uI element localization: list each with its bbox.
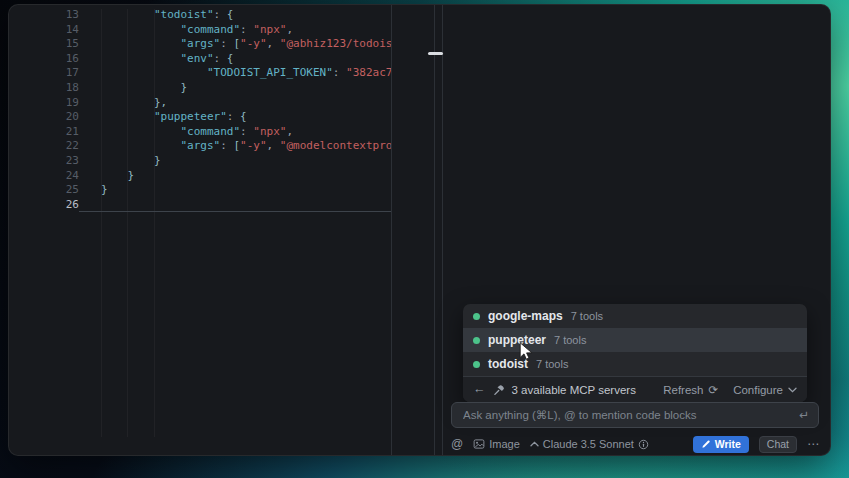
- line-number: 14: [9, 23, 79, 38]
- code-line[interactable]: 26: [9, 198, 391, 213]
- refresh-icon: ⟳: [708, 383, 718, 397]
- pane-divider[interactable]: [434, 5, 435, 455]
- chat-input[interactable]: [461, 408, 793, 422]
- mcp-server-row[interactable]: puppeteer 7 tools: [463, 328, 807, 352]
- line-code: "args": ["-y", "@modelcontextprot: [79, 139, 391, 154]
- server-tools-count: 7 tools: [571, 310, 603, 322]
- chat-mode-button[interactable]: Chat: [759, 436, 797, 453]
- code-line[interactable]: 21 "command": "npx",: [9, 125, 391, 140]
- line-code: "TODOIST_API_TOKEN": "382ac75: [79, 66, 391, 81]
- resize-handle[interactable]: [428, 52, 443, 55]
- chevron-down-icon: [788, 387, 797, 393]
- image-button[interactable]: Image: [473, 438, 520, 450]
- line-number: 22: [9, 139, 79, 154]
- code-line[interactable]: 23 }: [9, 154, 391, 169]
- code-line[interactable]: 22 "args": ["-y", "@modelcontextprot: [9, 139, 391, 154]
- model-label: Claude 3.5 Sonnet: [543, 438, 634, 450]
- line-number: 25: [9, 183, 79, 198]
- image-label: Image: [489, 438, 520, 450]
- line-number: 26: [9, 198, 79, 213]
- write-label: Write: [715, 438, 741, 450]
- refresh-button[interactable]: Refresh ⟳: [663, 383, 718, 397]
- refresh-label: Refresh: [663, 384, 703, 396]
- code-line[interactable]: 25 }: [9, 183, 391, 198]
- chevron-up-icon: [530, 441, 539, 447]
- line-code: },: [79, 96, 391, 111]
- server-status-dot: [473, 337, 480, 344]
- line-code: "todoist": {: [79, 8, 391, 23]
- line-number: 20: [9, 110, 79, 125]
- line-code: }: [79, 169, 391, 184]
- editor-window: 13 "todoist": { 14 "command": "npx", 15 …: [8, 4, 831, 456]
- code-line[interactable]: 16 "env": {: [9, 52, 391, 67]
- mcp-server-list: google-maps 7 tools puppeteer 7 tools to…: [463, 304, 807, 376]
- return-icon: ↵: [799, 408, 809, 422]
- line-number: 23: [9, 154, 79, 169]
- code-line[interactable]: 18 }: [9, 81, 391, 96]
- more-options-button[interactable]: ⋯: [807, 437, 819, 451]
- code-line[interactable]: 14 "command": "npx",: [9, 23, 391, 38]
- line-code: "command": "npx",: [79, 125, 391, 140]
- server-tools-count: 7 tools: [554, 334, 586, 346]
- line-number: 17: [9, 66, 79, 81]
- code-line[interactable]: 15 "args": ["-y", "@abhiz123/todoist: [9, 37, 391, 52]
- code-pane[interactable]: 13 "todoist": { 14 "command": "npx", 15 …: [9, 8, 391, 224]
- line-code: [79, 198, 391, 213]
- code-line[interactable]: 17 "TODOIST_API_TOKEN": "382ac75: [9, 66, 391, 81]
- line-number: 15: [9, 37, 79, 52]
- info-icon[interactable]: [638, 439, 649, 450]
- write-mode-button[interactable]: Write: [693, 436, 749, 453]
- server-name: puppeteer: [488, 333, 546, 347]
- back-icon[interactable]: ←: [473, 383, 486, 396]
- server-status-dot: [473, 361, 480, 368]
- code-line[interactable]: 20 "puppeteer": {: [9, 110, 391, 125]
- code-line[interactable]: 13 "todoist": {: [9, 8, 391, 23]
- code-lines: 13 "todoist": { 14 "command": "npx", 15 …: [9, 8, 391, 212]
- mcp-summary: 3 available MCP servers: [512, 384, 636, 396]
- mcp-server-row[interactable]: google-maps 7 tools: [463, 304, 807, 328]
- line-number: 24: [9, 169, 79, 184]
- image-icon: [473, 438, 485, 450]
- configure-label: Configure: [733, 384, 783, 396]
- line-number: 21: [9, 125, 79, 140]
- line-code: }: [79, 154, 391, 169]
- line-number: 13: [9, 8, 79, 23]
- tools-hammer-icon: [493, 384, 505, 396]
- desktop-background: 13 "todoist": { 14 "command": "npx", 15 …: [0, 0, 849, 478]
- chat-input-container: ↵: [451, 402, 819, 428]
- mcp-server-row[interactable]: todoist 7 tools: [463, 352, 807, 376]
- line-code: }: [79, 81, 391, 96]
- configure-button[interactable]: Configure: [733, 384, 797, 396]
- model-selector[interactable]: Claude 3.5 Sonnet: [530, 438, 649, 450]
- pane-divider[interactable]: [442, 5, 443, 455]
- chat-toolbar: @ Image Claude 3.5 Sonnet: [451, 434, 819, 454]
- mcp-footer: ← 3 available MCP servers Refresh ⟳ Conf…: [463, 376, 807, 402]
- line-code: "env": {: [79, 52, 391, 67]
- mcp-servers-panel: google-maps 7 tools puppeteer 7 tools to…: [463, 304, 807, 402]
- line-code: "puppeteer": {: [79, 110, 391, 125]
- code-line[interactable]: 19 },: [9, 96, 391, 111]
- line-code: }: [79, 183, 391, 198]
- pane-divider[interactable]: [391, 5, 392, 455]
- server-name: google-maps: [488, 309, 563, 323]
- line-code: "args": ["-y", "@abhiz123/todoist: [79, 37, 391, 52]
- mention-button[interactable]: @: [451, 437, 463, 451]
- line-code: "command": "npx",: [79, 23, 391, 38]
- code-line[interactable]: 24 }: [9, 169, 391, 184]
- mouse-cursor: [519, 342, 533, 362]
- server-status-dot: [473, 313, 480, 320]
- line-number: 18: [9, 81, 79, 96]
- line-number: 19: [9, 96, 79, 111]
- line-number: 16: [9, 52, 79, 67]
- pencil-icon: [701, 439, 711, 449]
- server-tools-count: 7 tools: [536, 358, 568, 370]
